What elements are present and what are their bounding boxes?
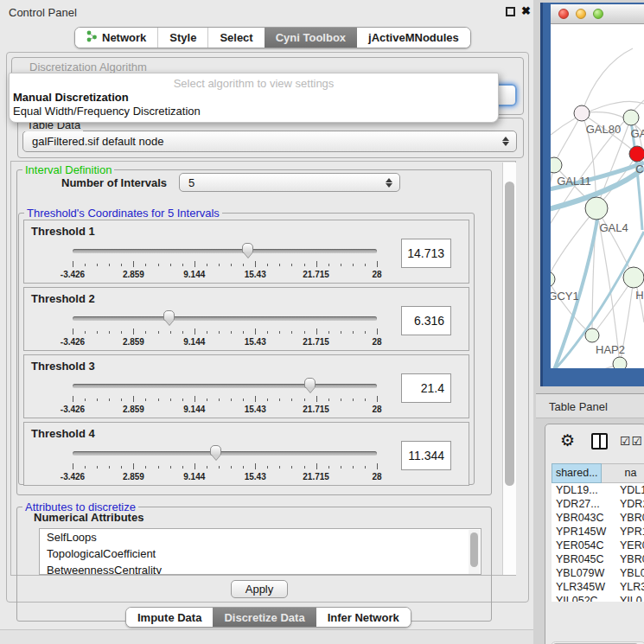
network-node-gal80[interactable]	[574, 105, 590, 121]
network-view-window: GAL80GACGAL11GAL4GCY1HHAP2	[540, 3, 644, 386]
algorithm-popup-prompt: Select algorithm to view settings	[10, 73, 498, 91]
minimize-traffic-light[interactable]	[576, 9, 586, 19]
network-edge[interactable]	[568, 364, 620, 368]
table-row[interactable]: YLR345WYLR3	[552, 580, 644, 594]
settings-vertical-scrollbar[interactable]	[502, 163, 516, 575]
table-row[interactable]: YBL079WYBL0	[552, 566, 644, 580]
tab-impute-data[interactable]: Impute Data	[126, 608, 213, 627]
apply-button[interactable]: Apply	[231, 580, 288, 598]
number-of-intervals-combobox[interactable]: 5	[179, 173, 400, 192]
network-edge[interactable]	[551, 208, 596, 279]
slider-tick-label: 15.43	[245, 405, 266, 414]
algorithm-option[interactable]: Manual Discretization	[10, 91, 498, 105]
slider-tick-label: 21.715	[303, 337, 329, 347]
tab-network[interactable]: Network	[75, 28, 157, 48]
slider-track[interactable]	[73, 249, 377, 253]
attributes-list-scrollbar[interactable]	[469, 530, 480, 575]
network-canvas[interactable]: GAL80GACGAL11GAL4GCY1HHAP2	[551, 24, 644, 368]
network-node-gcy1[interactable]	[551, 271, 555, 287]
threshold-value-field[interactable]: 6.316	[401, 306, 451, 335]
control-panel-titlebar: Control Panel ✖	[0, 0, 536, 24]
slider-track[interactable]	[73, 451, 377, 456]
node-label: GAL11	[557, 175, 591, 188]
threshold-panel: Threshold 3-3.4262.8599.14415.4321.71528…	[23, 354, 469, 418]
slider-thumb[interactable]	[163, 310, 175, 321]
threshold-slider[interactable]: -3.4262.8599.14415.4321.71528	[73, 379, 377, 415]
columns-icon[interactable]	[591, 433, 608, 450]
threshold-value-field[interactable]: 14.713	[401, 239, 451, 268]
threshold-slider[interactable]: -3.4262.8599.14415.4321.71528	[73, 446, 377, 482]
network-edge[interactable]	[551, 165, 554, 223]
tab-jactivemnodules[interactable]: jActiveMNodules	[357, 28, 470, 48]
network-edge[interactable]	[582, 48, 633, 113]
cell-name: YIL0	[616, 594, 644, 602]
network-node[interactable]	[613, 357, 627, 368]
combo-arrows-icon	[382, 178, 396, 188]
table-panel-header: Table Panel	[536, 393, 644, 418]
checkboxes-icon[interactable]: ☑☑	[620, 434, 643, 448]
tab-cyni-toolbox[interactable]: Cyni Toolbox	[265, 28, 357, 48]
slider-tick-labels: -3.4262.8599.14415.4321.71528	[73, 472, 377, 482]
table-row[interactable]: YBR043CYBR0	[552, 511, 644, 525]
table-data-combobox[interactable]: galFiltered.sif default node	[22, 131, 517, 152]
cell-name: YLR3	[616, 580, 644, 594]
attribute-list-item[interactable]: TopologicalCoefficient	[40, 545, 481, 562]
close-icon[interactable]: ✖	[521, 4, 531, 17]
slider-tick-label: 2.859	[123, 405, 144, 414]
zoom-traffic-light[interactable]	[593, 9, 603, 19]
threshold-value-field[interactable]: 11.344	[401, 441, 451, 470]
slider-tick-label: 9.144	[183, 405, 205, 414]
cell-name: YBR0	[616, 552, 644, 566]
network-node-h[interactable]	[623, 267, 644, 288]
network-node-gal4[interactable]	[585, 197, 608, 220]
network-node-gal11[interactable]	[551, 157, 562, 173]
slider-thumb[interactable]	[304, 378, 316, 388]
slider-ticks	[73, 463, 377, 471]
slider-tick-label: 28	[372, 270, 381, 279]
network-edge[interactable]	[554, 113, 582, 165]
column-header-shared-name[interactable]: shared...	[552, 463, 602, 483]
threshold-slider[interactable]: -3.4262.8599.14415.4321.71528	[73, 311, 377, 348]
algorithm-option[interactable]: Equal Width/Frequency Discretization	[10, 105, 498, 118]
attribute-list-item[interactable]: BetweennessCentrality	[40, 562, 481, 575]
cell-shared-name: YER054C	[552, 539, 616, 552]
table-row[interactable]: YIL052CYIL0	[552, 594, 644, 602]
threshold-label: Threshold 1	[31, 225, 95, 238]
slider-track[interactable]	[73, 316, 377, 321]
slider-tick-label: -3.426	[61, 270, 85, 279]
table-row[interactable]: YPR145WYPR1	[552, 525, 644, 539]
gear-icon[interactable]: ⚙	[560, 430, 575, 450]
column-header-name[interactable]: na	[602, 463, 644, 483]
attribute-list-item[interactable]: SelfLoops	[40, 529, 481, 545]
slider-tick-label: -3.426	[61, 405, 85, 414]
float-icon[interactable]	[506, 7, 515, 16]
slider-thumb[interactable]	[242, 243, 253, 253]
slider-thumb[interactable]	[210, 445, 221, 456]
tab-select[interactable]: Select	[207, 28, 264, 48]
network-edge[interactable]	[551, 279, 592, 335]
network-edge[interactable]	[596, 208, 634, 277]
cell-shared-name: YBL079W	[552, 566, 616, 580]
table-row[interactable]: YER054CYER0	[552, 539, 644, 552]
close-traffic-light[interactable]	[558, 9, 569, 19]
node-label: HAP2	[596, 343, 625, 356]
tab-infer-network[interactable]: Infer Network	[316, 608, 411, 627]
table-row[interactable]: YBR045CYBR0	[552, 552, 644, 566]
slider-ticks	[73, 396, 377, 404]
slider-ticks	[73, 328, 377, 336]
slider-track[interactable]	[73, 384, 377, 388]
slider-tick-label: 9.144	[183, 270, 205, 279]
scrollbar-thumb[interactable]	[505, 182, 514, 486]
table-row[interactable]: YDR27...YDR2	[552, 497, 644, 511]
tab-discretize-data[interactable]: Discretize Data	[213, 608, 316, 627]
slider-tick-label: 28	[372, 337, 381, 347]
network-node-c[interactable]	[629, 146, 644, 162]
scrollbar-thumb[interactable]	[470, 532, 478, 567]
network-node-ga[interactable]	[623, 110, 639, 125]
table-row[interactable]: YDL19...YDL1	[552, 483, 644, 497]
slider-tick-label: 28	[372, 405, 381, 414]
threshold-slider[interactable]: -3.4262.8599.14415.4321.71528	[73, 244, 377, 280]
threshold-value-field[interactable]: 21.4	[401, 373, 451, 403]
network-node-hap2[interactable]	[585, 328, 599, 342]
tab-style[interactable]: Style	[157, 28, 207, 48]
